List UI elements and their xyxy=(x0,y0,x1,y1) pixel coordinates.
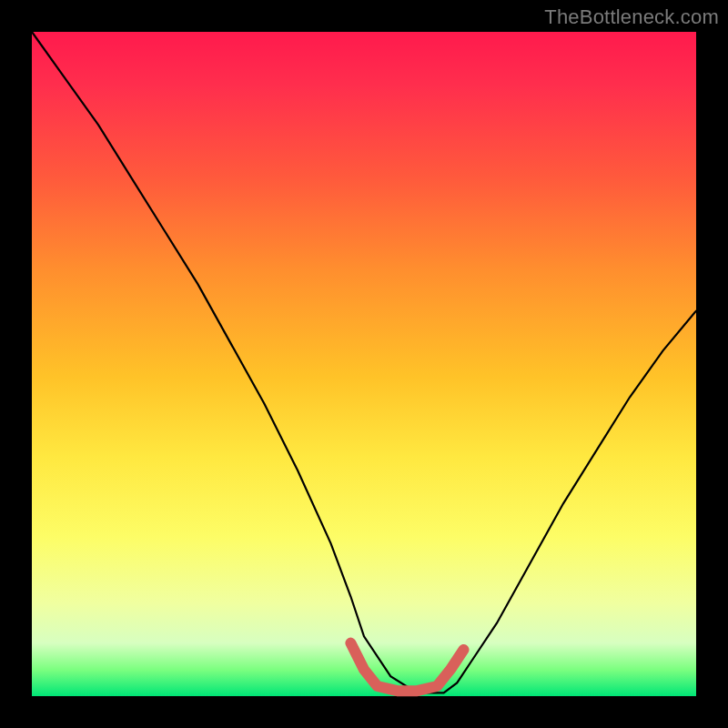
chart-frame: TheBottleneck.com xyxy=(0,0,728,728)
optimal-range-marker xyxy=(350,643,463,692)
attribution-text: TheBottleneck.com xyxy=(544,5,719,29)
curve-overlay xyxy=(32,32,696,696)
bottleneck-curve xyxy=(32,32,696,693)
